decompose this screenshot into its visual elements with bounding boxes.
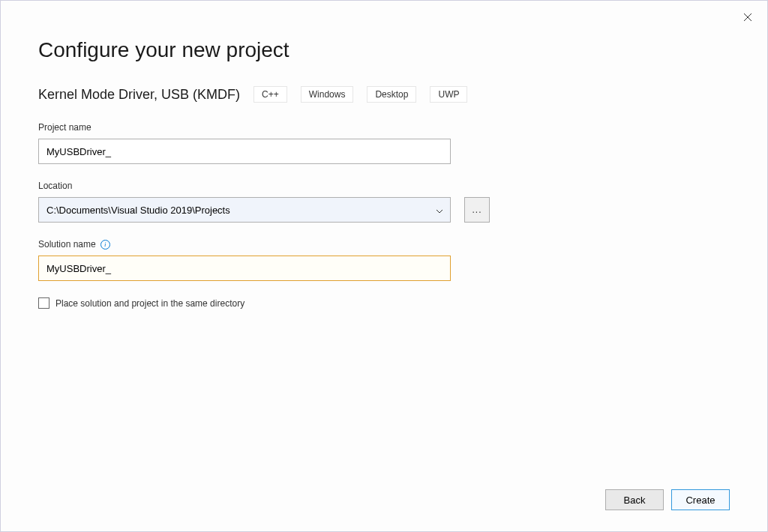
- project-name-label: Project name: [38, 122, 730, 133]
- same-directory-row: Place solution and project in the same d…: [38, 297, 730, 309]
- main-content: Configure your new project Kernel Mode D…: [1, 1, 767, 309]
- back-button[interactable]: Back: [605, 489, 664, 510]
- close-icon: [743, 13, 752, 22]
- location-label: Location: [38, 181, 730, 191]
- solution-name-group: Solution name i: [38, 239, 730, 281]
- project-name-group: Project name: [38, 122, 730, 164]
- location-group: Location C:\Documents\Visual Studio 2019…: [38, 181, 730, 223]
- same-directory-checkbox[interactable]: [38, 297, 50, 309]
- tag-cpp: C++: [254, 86, 287, 103]
- create-button[interactable]: Create: [671, 489, 730, 510]
- page-title: Configure your new project: [38, 38, 730, 62]
- solution-name-label: Solution name i: [38, 239, 730, 250]
- footer: Back Create: [605, 489, 730, 510]
- project-name-input[interactable]: [38, 139, 451, 164]
- solution-name-label-text: Solution name: [38, 239, 96, 250]
- template-name: Kernel Mode Driver, USB (KMDF): [38, 87, 240, 103]
- tag-windows: Windows: [301, 86, 354, 103]
- solution-name-input[interactable]: [38, 256, 451, 281]
- close-button[interactable]: [740, 10, 755, 25]
- tag-uwp: UWP: [430, 86, 467, 103]
- info-icon[interactable]: i: [100, 240, 110, 250]
- template-row: Kernel Mode Driver, USB (KMDF) C++ Windo…: [38, 86, 730, 103]
- same-directory-label: Place solution and project in the same d…: [56, 298, 244, 309]
- chevron-down-icon: [434, 205, 446, 216]
- browse-button[interactable]: ...: [464, 197, 490, 223]
- location-combo[interactable]: C:\Documents\Visual Studio 2019\Projects: [38, 197, 451, 223]
- tag-desktop: Desktop: [367, 86, 416, 103]
- location-value: C:\Documents\Visual Studio 2019\Projects: [46, 205, 434, 216]
